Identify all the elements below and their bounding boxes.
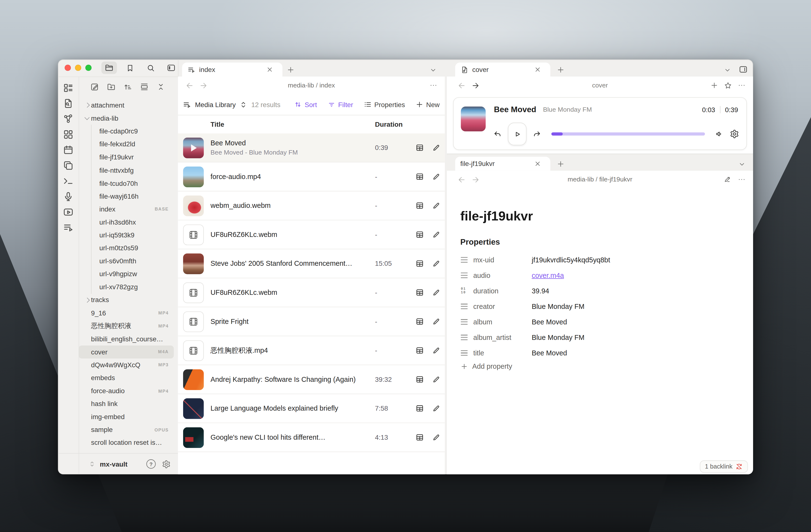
note-title[interactable]: file-jf19ukvr — [460, 208, 533, 223]
more-options-icon[interactable] — [738, 81, 746, 89]
property-value[interactable]: Bee Moved — [532, 349, 567, 356]
edit-pencil-icon[interactable] — [432, 201, 441, 210]
layout-list-icon[interactable] — [62, 83, 74, 93]
table-view-icon[interactable] — [415, 404, 424, 413]
table-row[interactable]: UF8uR6Z6KLc.webm - — [178, 221, 445, 249]
tab-list-chevron-icon[interactable] — [738, 161, 746, 168]
file-tree-item[interactable]: file-tcudo70h — [79, 177, 174, 190]
media-thumbnail[interactable] — [183, 369, 204, 390]
table-row[interactable]: webm_audio.webm - — [178, 192, 445, 221]
file-tree-item[interactable]: url-v9hgpizw — [79, 268, 174, 280]
table-row[interactable]: Large Language Models explained briefly … — [178, 394, 445, 423]
new-tab-button[interactable] — [287, 66, 295, 74]
more-options-icon[interactable] — [738, 176, 746, 184]
property-row[interactable]: album_artist Blue Monday FM — [460, 330, 732, 345]
media-thumbnail[interactable] — [183, 253, 204, 274]
back-arrow-icon[interactable] — [185, 81, 194, 90]
close-tab-icon[interactable] — [534, 160, 542, 168]
breadcrumb[interactable]: media-lib / file-jf19ukvr — [447, 176, 753, 183]
add-property-button[interactable]: Add property — [460, 363, 512, 370]
file-tree-item[interactable]: sample OPUS — [79, 423, 174, 436]
media-thumbnail[interactable] — [183, 311, 204, 332]
gallery-view-icon[interactable] — [140, 82, 149, 91]
back-arrow-icon[interactable] — [457, 175, 466, 184]
player-settings-gear-icon[interactable] — [730, 130, 739, 139]
property-value[interactable]: 39.94 — [532, 287, 549, 294]
skip-forward-icon[interactable] — [532, 130, 541, 139]
file-tree-item[interactable]: media-lib — [79, 112, 174, 125]
file-tree-item[interactable]: tracks — [79, 294, 174, 307]
file-tree-item[interactable]: index BASE — [79, 202, 174, 216]
file-tree-item[interactable]: url-ih3sd6hx — [79, 216, 174, 229]
file-tree-item[interactable]: file-nttvxbfg — [79, 164, 174, 177]
file-tree-item[interactable]: img-embed — [79, 410, 174, 424]
close-tab-icon[interactable] — [266, 66, 274, 73]
properties-heading[interactable]: Properties — [460, 238, 500, 247]
search-button[interactable] — [143, 62, 158, 74]
file-tree-item[interactable]: file-fekxd2ld — [79, 138, 174, 151]
tab-file-jf19ukvr[interactable]: file-jf19ukvr — [455, 157, 550, 171]
tab-list-chevron-icon[interactable] — [429, 66, 437, 74]
file-tree-item[interactable]: file-jf19ukvr — [79, 151, 174, 164]
breadcrumb[interactable]: media-lib / index — [178, 82, 445, 89]
play-button[interactable] — [508, 123, 526, 146]
close-tab-icon[interactable] — [534, 66, 542, 73]
edit-pencil-icon[interactable] — [432, 317, 441, 326]
file-tree-item[interactable]: bilibili_english_course… — [79, 332, 174, 346]
column-header-title[interactable]: Title — [211, 120, 224, 128]
property-name[interactable]: creator — [473, 302, 532, 310]
media-thumbnail[interactable] — [183, 340, 204, 361]
table-view-icon[interactable] — [415, 433, 424, 442]
table-view-icon[interactable] — [415, 201, 424, 210]
table-row[interactable]: Bee Moved Bee Moved - Blue Monday FM 0:3… — [178, 134, 445, 163]
new-note-icon[interactable] — [90, 82, 99, 91]
new-entry-button[interactable]: New — [415, 100, 440, 108]
forward-arrow-icon[interactable] — [199, 81, 208, 90]
table-view-icon[interactable] — [415, 172, 424, 181]
collapse-all-icon[interactable] — [156, 82, 166, 91]
file-tree-item[interactable]: url-s6v0mfth — [79, 255, 174, 268]
media-thumbnail[interactable] — [183, 224, 204, 245]
property-row[interactable]: album Bee Moved — [460, 314, 732, 330]
tab-index[interactable]: index — [182, 62, 282, 77]
file-tree-item[interactable]: url-m0tz0s59 — [79, 242, 174, 255]
edit-pencil-icon[interactable] — [432, 172, 441, 181]
skip-back-icon[interactable] — [493, 130, 502, 139]
minimize-window-button[interactable] — [75, 65, 81, 71]
property-row[interactable]: title Bee Moved — [460, 345, 732, 361]
sort-button[interactable]: Sort — [294, 100, 317, 108]
zoom-window-button[interactable] — [85, 65, 92, 71]
media-thumbnail[interactable] — [183, 282, 204, 303]
edit-pencil-icon[interactable] — [432, 230, 441, 239]
table-view-icon[interactable] — [415, 230, 424, 239]
property-value[interactable]: jf19ukvrdlic5y4kqd5yq8bt — [532, 256, 610, 263]
file-tree-item[interactable]: hash link — [79, 397, 174, 410]
property-name[interactable]: mx-uid — [473, 256, 532, 263]
graph-icon[interactable] — [62, 114, 74, 124]
video-play-icon[interactable] — [62, 207, 74, 217]
more-options-icon[interactable] — [429, 81, 438, 89]
table-row[interactable]: UF8uR6Z6KLc.webm - — [178, 278, 445, 307]
new-folder-icon[interactable] — [107, 82, 116, 91]
table-view-icon[interactable] — [415, 346, 424, 355]
file-tree-item[interactable]: file-wayj616h — [79, 190, 174, 203]
edit-pencil-icon[interactable] — [432, 375, 441, 384]
microphone-icon[interactable] — [62, 192, 74, 201]
column-header-duration[interactable]: Duration — [375, 120, 402, 128]
file-tree-item[interactable]: url-iq59t3k9 — [79, 229, 174, 242]
sort-order-icon[interactable] — [123, 82, 132, 91]
view-selector[interactable]: Media Library 12 results — [183, 100, 280, 109]
playlist-play-icon[interactable] — [62, 223, 74, 232]
property-link[interactable]: cover.m4a — [532, 271, 564, 279]
media-thumbnail[interactable] — [183, 427, 204, 448]
property-row[interactable]: mx-uid jf19ukvrdlic5y4kqd5yq8bt — [460, 252, 732, 268]
calendar-icon[interactable] — [62, 145, 74, 155]
files-view-button[interactable] — [101, 62, 117, 74]
media-thumbnail[interactable] — [183, 398, 204, 419]
edit-pencil-icon[interactable] — [432, 404, 441, 413]
property-name[interactable]: album — [473, 318, 532, 325]
table-view-icon[interactable] — [415, 288, 424, 297]
table-view-icon[interactable] — [415, 375, 424, 384]
table-row[interactable]: Google's new CLI tool hits different… 4:… — [178, 423, 445, 452]
back-arrow-icon[interactable] — [457, 81, 466, 90]
